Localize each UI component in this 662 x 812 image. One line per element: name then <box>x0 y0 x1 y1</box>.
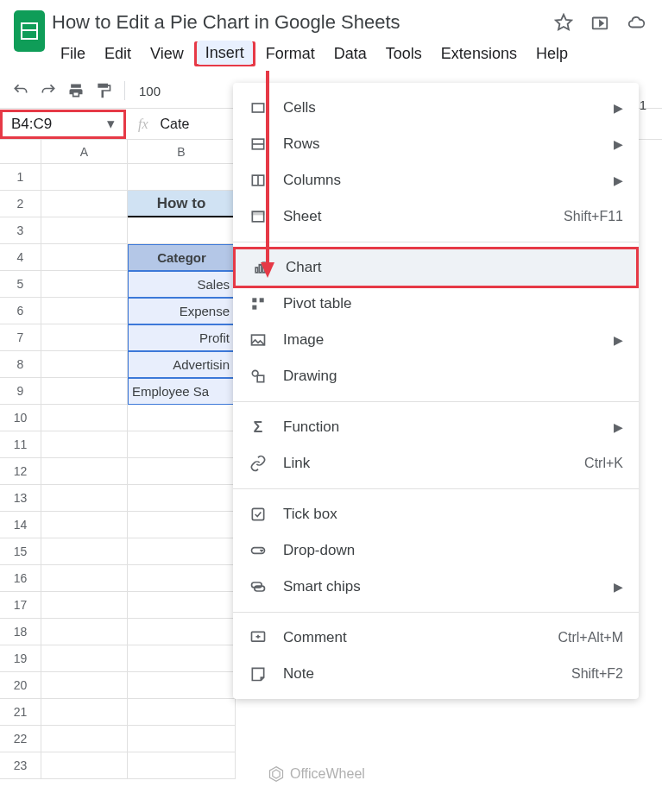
row-header[interactable]: 20 <box>0 672 41 699</box>
cell[interactable] <box>128 619 236 645</box>
menu-view[interactable]: View <box>142 41 192 66</box>
menu-item-dropdown[interactable]: Drop-down <box>233 532 639 569</box>
col-header-b[interactable]: B <box>128 140 236 164</box>
cell[interactable] <box>41 512 128 538</box>
cell[interactable] <box>41 405 128 431</box>
cell[interactable] <box>41 164 128 191</box>
cell[interactable] <box>41 458 128 485</box>
redo-icon[interactable] <box>36 79 60 103</box>
menu-item-smartchips[interactable]: Smart chips ▶ <box>233 569 639 605</box>
menu-format[interactable]: Format <box>257 41 324 66</box>
cell[interactable] <box>41 699 128 726</box>
cell[interactable]: Sales <box>128 271 236 298</box>
row-header[interactable]: 17 <box>0 592 41 619</box>
cell[interactable] <box>128 565 236 592</box>
cell[interactable] <box>128 538 236 565</box>
cell[interactable] <box>41 752 128 779</box>
cell[interactable] <box>128 672 236 699</box>
cell[interactable] <box>41 217 128 244</box>
name-box[interactable]: B4:C9 ▾ <box>0 110 126 139</box>
cell[interactable]: Employee Sa <box>128 378 236 405</box>
cell[interactable] <box>41 645 128 672</box>
menu-item-chart[interactable]: Chart <box>233 247 639 288</box>
menu-data[interactable]: Data <box>325 41 375 66</box>
row-header[interactable]: 16 <box>0 565 41 592</box>
star-icon[interactable] <box>552 10 576 35</box>
cell[interactable] <box>41 324 128 351</box>
cell[interactable] <box>41 592 128 619</box>
row-header[interactable]: 22 <box>0 726 41 752</box>
cell[interactable] <box>41 351 128 378</box>
cell[interactable] <box>128 405 236 431</box>
row-header[interactable]: 13 <box>0 485 41 512</box>
menu-insert[interactable]: Insert <box>197 41 253 65</box>
cloud-icon[interactable] <box>624 10 648 35</box>
cell[interactable] <box>128 752 236 779</box>
cell[interactable] <box>41 431 128 458</box>
menu-item-sheet[interactable]: Sheet Shift+F11 <box>233 198 639 235</box>
row-header[interactable]: 3 <box>0 217 41 244</box>
row-header[interactable]: 23 <box>0 752 41 779</box>
cell[interactable] <box>128 485 236 512</box>
cell[interactable] <box>41 244 128 271</box>
cell[interactable] <box>41 726 128 752</box>
cell[interactable] <box>128 164 236 191</box>
row-header[interactable]: 21 <box>0 699 41 726</box>
paint-format-icon[interactable] <box>91 79 116 103</box>
menu-item-link[interactable]: Link Ctrl+K <box>233 445 639 482</box>
menu-item-comment[interactable]: Comment Ctrl+Alt+M <box>233 620 639 656</box>
cell[interactable] <box>128 645 236 672</box>
cell[interactable] <box>41 378 128 405</box>
cell[interactable]: Profit <box>128 324 236 351</box>
menu-tools[interactable]: Tools <box>377 41 431 66</box>
row-header[interactable]: 4 <box>0 244 41 271</box>
row-header[interactable]: 7 <box>0 324 41 351</box>
row-header[interactable]: 11 <box>0 431 41 458</box>
cell[interactable] <box>41 538 128 565</box>
row-header[interactable]: 8 <box>0 351 41 378</box>
cell[interactable] <box>41 485 128 512</box>
row-header[interactable]: 10 <box>0 405 41 431</box>
cell[interactable] <box>128 592 236 619</box>
menu-item-function[interactable]: Σ Function ▶ <box>233 409 639 445</box>
row-header[interactable]: 15 <box>0 538 41 565</box>
row-header[interactable]: 6 <box>0 298 41 324</box>
row-header[interactable]: 18 <box>0 619 41 645</box>
row-header[interactable]: 19 <box>0 645 41 672</box>
cell[interactable]: Advertisin <box>128 351 236 378</box>
menu-extensions[interactable]: Extensions <box>432 41 526 66</box>
cell[interactable] <box>128 217 236 244</box>
col-header-a[interactable]: A <box>41 140 128 164</box>
cell[interactable] <box>41 565 128 592</box>
cell[interactable] <box>41 271 128 298</box>
move-icon[interactable] <box>588 10 612 35</box>
print-icon[interactable] <box>64 79 88 103</box>
formula-preview[interactable]: Cate <box>161 116 190 132</box>
cell[interactable] <box>41 191 128 217</box>
row-header[interactable]: 1 <box>0 164 41 191</box>
menu-item-drawing[interactable]: Drawing <box>233 358 639 394</box>
menu-item-pivot[interactable]: Pivot table <box>233 286 639 322</box>
row-header[interactable]: 14 <box>0 512 41 538</box>
document-title[interactable]: How to Edit a Pie Chart in Google Sheets <box>52 11 400 34</box>
menu-item-note[interactable]: Note Shift+F2 <box>233 656 639 692</box>
menu-edit[interactable]: Edit <box>96 41 140 66</box>
menu-item-rows[interactable]: Rows ▶ <box>233 126 639 162</box>
cell[interactable]: How to <box>128 191 236 217</box>
menu-item-image[interactable]: Image ▶ <box>233 322 639 358</box>
cell[interactable]: Categor <box>128 244 236 271</box>
cell[interactable] <box>41 619 128 645</box>
menu-item-cells[interactable]: Cells ▶ <box>233 90 639 126</box>
cell[interactable] <box>41 672 128 699</box>
row-header[interactable]: 5 <box>0 271 41 298</box>
cell[interactable] <box>128 431 236 458</box>
cells[interactable]: How toCategorSalesExpenseProfitAdvertisi… <box>41 164 236 779</box>
select-all-cell[interactable] <box>0 140 41 164</box>
cell[interactable] <box>128 512 236 538</box>
row-header[interactable]: 9 <box>0 378 41 405</box>
menu-item-columns[interactable]: Columns ▶ <box>233 162 639 198</box>
cell[interactable] <box>128 726 236 752</box>
cell[interactable] <box>128 699 236 726</box>
row-header[interactable]: 12 <box>0 458 41 485</box>
row-header[interactable]: 2 <box>0 191 41 217</box>
